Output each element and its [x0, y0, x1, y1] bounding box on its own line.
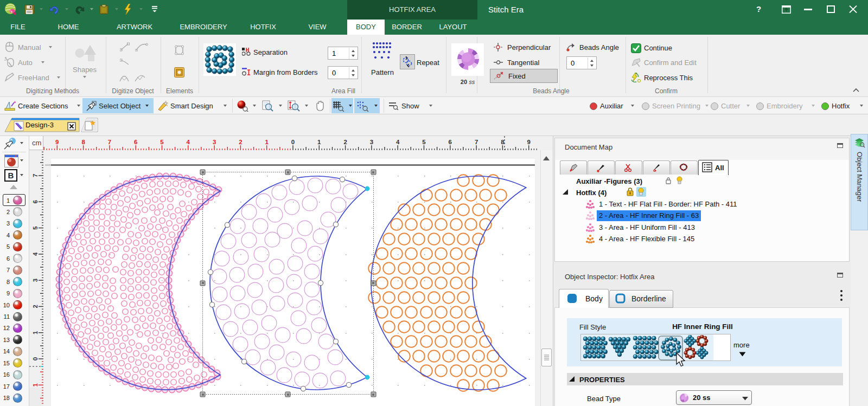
svg-text:2: 2	[32, 305, 39, 308]
svg-text:1: 1	[317, 139, 321, 145]
svg-text:1: 1	[32, 383, 39, 387]
svg-text:9: 9	[527, 139, 530, 145]
svg-text:6: 6	[449, 139, 452, 145]
svg-text:1: 1	[265, 139, 269, 145]
svg-text:2: 2	[343, 139, 347, 145]
svg-text:1: 1	[32, 331, 39, 334]
svg-text:3: 3	[32, 279, 39, 282]
svg-text:0: 0	[291, 139, 295, 145]
svg-text:5: 5	[32, 226, 39, 230]
svg-text:2: 2	[239, 139, 242, 145]
svg-text:3: 3	[213, 139, 216, 145]
svg-text:6: 6	[32, 200, 39, 203]
svg-text:7: 7	[108, 139, 111, 145]
svg-text:4: 4	[187, 139, 190, 145]
svg-text:7: 7	[475, 139, 478, 145]
svg-text:4: 4	[32, 252, 39, 256]
svg-text:8: 8	[501, 139, 505, 145]
svg-text:6: 6	[134, 139, 137, 145]
svg-text:0: 0	[32, 357, 39, 360]
svg-text:4: 4	[396, 139, 400, 145]
svg-text:3: 3	[370, 139, 373, 145]
svg-text:8: 8	[81, 139, 85, 145]
svg-text:5: 5	[160, 139, 164, 145]
svg-text:9: 9	[55, 139, 59, 145]
svg-text:7: 7	[32, 174, 39, 177]
svg-text:B: B	[8, 171, 14, 180]
svg-text:5: 5	[422, 139, 426, 145]
